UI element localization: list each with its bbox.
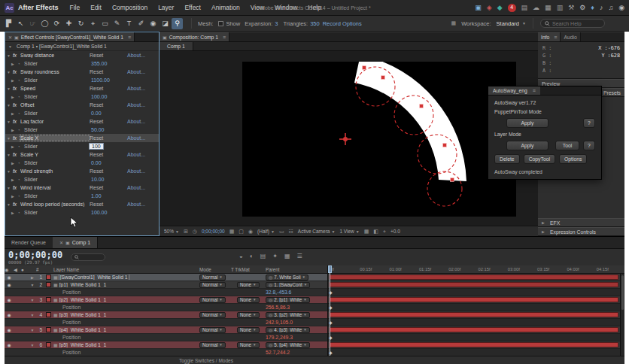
- position-value[interactable]: 242.9,105.0: [266, 320, 327, 325]
- twirl-icon[interactable]: ▼: [7, 120, 13, 124]
- effect-row[interactable]: ▼fxWind loop period (seconds)ResetAbout.…: [5, 200, 159, 208]
- triangles-value[interactable]: 350: [310, 20, 320, 27]
- slider-row[interactable]: ▶◔Slider1.00: [5, 192, 159, 200]
- effect-row[interactable]: ▼fxSway distanceResetAbout...: [5, 51, 159, 59]
- eraser-tool[interactable]: ◪: [160, 18, 171, 29]
- comp-1-subtab[interactable]: Comp 1: [160, 42, 193, 50]
- expansion-value[interactable]: 3: [275, 20, 278, 27]
- menu-composition[interactable]: Composition: [107, 0, 153, 16]
- timeline-search[interactable]: [71, 253, 105, 261]
- slider-row[interactable]: ▶◔Slider10.00: [5, 175, 159, 184]
- draft-3d-icon[interactable]: ◐: [250, 253, 254, 259]
- mask-tool[interactable]: ▭: [99, 18, 111, 29]
- effect-row[interactable]: ▼fxLag factorResetAbout...: [5, 117, 159, 126]
- panel-menu-icon[interactable]: ≡: [554, 35, 557, 40]
- eye-icon[interactable]: ◉: [5, 327, 14, 332]
- reset-button[interactable]: Reset: [90, 102, 127, 108]
- layer-row[interactable]: ◉▼2▦[p1]_White Solid 1_1Normal▼None▼◎1. …: [5, 281, 327, 289]
- reset-button[interactable]: Reset: [90, 202, 127, 207]
- twirl-icon[interactable]: ▶: [11, 161, 17, 165]
- about-link[interactable]: About...: [127, 86, 145, 91]
- puppet-help-button[interactable]: ?: [583, 118, 595, 128]
- layer-color-chip[interactable]: [46, 282, 53, 287]
- parent-dropdown[interactable]: ◎2. [p1]_White▼: [266, 297, 310, 303]
- about-link[interactable]: About...: [127, 168, 145, 174]
- eye-icon[interactable]: ◉: [5, 312, 14, 317]
- clock-icon[interactable]: ◷: [193, 229, 197, 235]
- reset-button[interactable]: Reset: [90, 135, 127, 141]
- selection-tool[interactable]: ↖: [15, 18, 26, 29]
- camera-dropdown[interactable]: Active Camera▼: [298, 229, 336, 234]
- puppet-pin-tool[interactable]: ⚲: [172, 18, 183, 29]
- twirl-icon[interactable]: ▶: [11, 177, 17, 182]
- label-color-swatch[interactable]: [46, 297, 51, 302]
- twirl-icon[interactable]: ▼: [29, 313, 36, 317]
- motion-blur-icon[interactable]: ▦: [284, 253, 290, 259]
- audio-icon[interactable]: ♪: [600, 2, 603, 13]
- position-row[interactable]: Position256.5,86.3: [5, 304, 327, 311]
- label-color-swatch[interactable]: [46, 282, 51, 287]
- track-row[interactable]: [328, 326, 620, 334]
- parent-dropdown[interactable]: ◎4. [p3]_White▼: [266, 327, 310, 333]
- eye-icon[interactable]: ◉: [5, 275, 14, 280]
- position-label[interactable]: Position: [53, 305, 166, 310]
- reset-button[interactable]: Reset: [90, 69, 127, 74]
- about-link[interactable]: About...: [127, 185, 145, 190]
- exposure-icon[interactable]: ⌖: [383, 229, 386, 235]
- twirl-icon[interactable]: ▶: [11, 95, 17, 99]
- reset-button[interactable]: Reset: [90, 185, 127, 190]
- audio-column-icon[interactable]: ◀: [14, 267, 21, 272]
- slider-value[interactable]: 0.00: [91, 160, 102, 165]
- slider-row[interactable]: ▶◔Slider100.00: [5, 93, 159, 101]
- track-row[interactable]: [328, 311, 620, 319]
- twirl-icon[interactable]: ▼: [7, 86, 13, 91]
- position-value[interactable]: 256.5,86.3: [266, 305, 327, 310]
- search-input[interactable]: [552, 21, 600, 26]
- close-icon[interactable]: ✕: [8, 35, 12, 40]
- channel-icon[interactable]: ◉: [248, 229, 253, 235]
- mode-dropdown[interactable]: Normal▼: [199, 312, 226, 318]
- about-link[interactable]: About...: [127, 119, 145, 124]
- twirl-icon[interactable]: ▶: [11, 128, 17, 132]
- slider-row[interactable]: ▶◔Slider0.00: [5, 159, 159, 167]
- track-row[interactable]: [328, 296, 620, 304]
- resolution-dropdown[interactable]: (Half)▼: [257, 229, 275, 234]
- twirl-icon[interactable]: ▼: [29, 283, 36, 287]
- mode-dropdown[interactable]: Normal▼: [199, 327, 226, 333]
- position-label[interactable]: Position: [53, 350, 166, 355]
- twirl-icon[interactable]: ▼: [7, 153, 13, 157]
- layer-name-column-header[interactable]: Layer Name: [53, 267, 166, 272]
- menu-file[interactable]: File: [65, 0, 86, 16]
- track-row[interactable]: [328, 281, 620, 289]
- layer-duration-bar[interactable]: [329, 342, 618, 347]
- parent-dropdown[interactable]: ◎7. White Soli▼: [266, 275, 308, 281]
- composition-tab[interactable]: ▣ Composition: Comp 1 ≡: [160, 32, 229, 41]
- about-link[interactable]: About...: [127, 202, 145, 207]
- composition-canvas[interactable]: [242, 62, 516, 217]
- layer-duration-bar[interactable]: [329, 327, 618, 332]
- layer-color-chip[interactable]: [46, 342, 53, 347]
- slider-value[interactable]: 355.00: [91, 61, 107, 66]
- layer-name-cell[interactable]: ▦[SwayControl1]_White Solid 1: [53, 275, 166, 280]
- about-link[interactable]: About...: [127, 135, 145, 141]
- twirl-icon[interactable]: ▶: [542, 220, 548, 225]
- layer-color-chip[interactable]: [46, 297, 53, 302]
- twirl-icon[interactable]: ▶: [11, 211, 17, 215]
- number-column-header[interactable]: #: [36, 267, 46, 272]
- twirl-icon[interactable]: ▼: [29, 343, 36, 347]
- effect-row[interactable]: ▼fxWind strengthResetAbout...: [5, 167, 159, 175]
- layer-help-button[interactable]: ?: [583, 141, 595, 150]
- twirl-icon[interactable]: ▼: [7, 53, 13, 58]
- orbit-tool[interactable]: ⟳: [51, 18, 62, 29]
- puppet-apply-button[interactable]: Apply: [506, 118, 548, 128]
- cloud-icon[interactable]: ☁: [533, 2, 539, 13]
- trkmat-dropdown[interactable]: None▼: [237, 342, 260, 348]
- stopwatch-icon[interactable]: ◔: [17, 144, 24, 149]
- twirl-icon[interactable]: ▼: [7, 169, 13, 174]
- lock-column-icon[interactable]: ●: [21, 267, 29, 272]
- current-time-indicator[interactable]: [330, 265, 330, 356]
- effect-row[interactable]: ▼fxSway roundnessResetAbout...: [5, 68, 159, 76]
- mode-column-header[interactable]: Mode: [199, 267, 231, 272]
- time-ruler[interactable]: 0f00:15f01:00f01:15f02:00f02:15f03:00f03…: [328, 265, 624, 274]
- viewer-timecode[interactable]: 0;00;00;00: [202, 229, 225, 234]
